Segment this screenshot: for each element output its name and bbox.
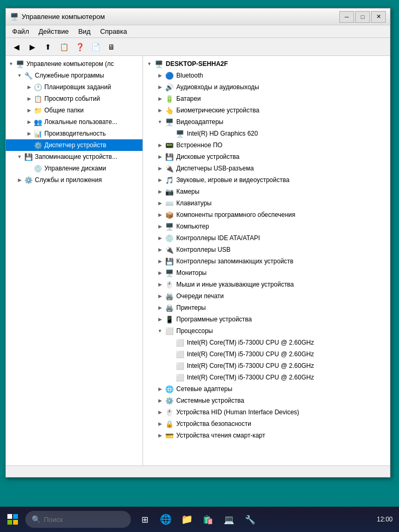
explorer-icon[interactable]: 📁: [177, 510, 196, 529]
right-item-print-queues[interactable]: ▶ 🖨️ Очереди печати: [143, 290, 390, 302]
app6-icon[interactable]: 🔧: [241, 510, 260, 529]
computer-icon: 🖥️: [164, 222, 175, 231]
mice-icon: 🖱️: [164, 280, 175, 289]
right-root-expand: ▼: [145, 60, 154, 68]
right-item-monitors[interactable]: ▶ 🖥️ Мониторы: [143, 267, 390, 279]
right-item-video[interactable]: ▼ 🖥️ Видеоадаптеры: [143, 116, 390, 128]
window-title: Управление компьютером: [22, 13, 336, 21]
right-item-cpu2[interactable]: ⬜ Intel(R) Core(TM) i5-7300U CPU @ 2.60G…: [143, 348, 390, 360]
menu-view[interactable]: Вид: [74, 26, 95, 37]
forward-button[interactable]: ▶: [25, 40, 40, 54]
show-hide-button[interactable]: 📋: [56, 40, 71, 54]
right-item-sw-devices[interactable]: ▶ 📱 Программные устройства: [143, 314, 390, 325]
right-panel: ▼ 🖥️ DESKTOP-SEHHA2F ▶ 🔵 Bluetooth ▶ 🔊 А…: [143, 56, 390, 466]
folders-icon: 📁: [33, 106, 43, 115]
right-item-audio[interactable]: ▶ 🔊 Аудиовходы и аудиовыходы: [143, 81, 390, 93]
utilities-expand-icon: ▼: [15, 71, 24, 80]
right-item-mice[interactable]: ▶ 🖱️ Мыши и иные указывающие устройства: [143, 279, 390, 290]
right-item-network[interactable]: ▶ 🌐 Сетевые адаптеры: [143, 383, 390, 395]
utilities-label: Служебные программы: [35, 72, 104, 79]
right-item-cpu3[interactable]: ⬜ Intel(R) Core(TM) i5-7300U CPU @ 2.60G…: [143, 360, 390, 372]
disk-icon: 💾: [164, 152, 175, 162]
tree-item-utilities[interactable]: ▼ 🔧 Служебные программы: [6, 70, 142, 81]
right-item-printers[interactable]: ▶ 🖨️ Принтеры: [143, 302, 390, 314]
cpu4-expand: [166, 373, 175, 382]
scheduler-label: Планировщик заданий: [44, 83, 111, 91]
right-item-storage-ctrl[interactable]: ▶ 💾 Контроллеры запоминающих устройств: [143, 255, 390, 267]
task-view-icon[interactable]: ⊞: [135, 510, 154, 529]
right-item-usb[interactable]: ▶ 🔌 Диспетчеры USB-разъема: [143, 163, 390, 174]
tree-item-services[interactable]: ▶ ⚙️ Службы и приложения: [6, 174, 142, 186]
store-icon[interactable]: 🛍️: [198, 510, 217, 529]
usb2-label: Контроллеры USB: [176, 246, 231, 253]
sound-label: Звуковые, игровые и видеоустройства: [176, 176, 289, 184]
right-item-cpu4[interactable]: ⬜ Intel(R) Core(TM) i5-7300U CPU @ 2.60G…: [143, 372, 390, 383]
right-item-sound[interactable]: ▶ 🎵 Звуковые, игровые и видеоустройства: [143, 174, 390, 186]
right-item-biometric[interactable]: ▶ 👆 Биометрические устройства: [143, 104, 390, 116]
right-item-sysdev[interactable]: ▶ ⚙️ Системные устройства: [143, 395, 390, 406]
right-item-camera[interactable]: ▶ 📷 Камеры: [143, 186, 390, 197]
tree-root[interactable]: ▼ 🖥️ Управление компьютером (лс: [6, 58, 142, 70]
proc-label: Процессоры: [176, 327, 213, 335]
right-item-ide[interactable]: ▶ 💿 Контроллеры IDE ATA/ATAPI: [143, 232, 390, 244]
right-item-smartcard[interactable]: ▶ 💳 Устройства чтения смарт-карт: [143, 430, 390, 441]
right-item-firmware[interactable]: ▶ 📟 Встроенное ПО: [143, 139, 390, 151]
taskbar-search-box[interactable]: 🔍: [25, 511, 131, 528]
right-root[interactable]: ▼ 🖥️ DESKTOP-SEHHA2F: [143, 58, 390, 70]
right-item-cpu1[interactable]: ⬜ Intel(R) Core(TM) i5-7300U CPU @ 2.60G…: [143, 337, 390, 348]
right-root-label: DESKTOP-SEHHA2F: [166, 60, 228, 68]
right-item-battery[interactable]: ▶ 🔋 Батареи: [143, 93, 390, 104]
tree-item-devmgr[interactable]: ⚙️ Диспетчер устройств: [6, 139, 142, 151]
edge-icon[interactable]: 🌐: [156, 510, 175, 529]
right-item-intel-gpu[interactable]: 🖥️ Intel(R) HD Graphics 620: [143, 128, 390, 139]
up-button[interactable]: ⬆: [41, 40, 55, 54]
tree-item-folders[interactable]: ▶ 📁 Общие папки: [6, 104, 142, 116]
bluetooth-label: Bluetooth: [176, 72, 203, 79]
tree-item-storage[interactable]: ▼ 💾 Запоминающие устройств...: [6, 151, 142, 163]
help-button[interactable]: ❓: [72, 40, 87, 54]
tree-item-users[interactable]: ▶ 👥 Локальные пользовате...: [6, 116, 142, 128]
monitors-icon: 🖥️: [164, 268, 175, 278]
menu-file[interactable]: Файл: [8, 26, 33, 37]
folders-label: Общие папки: [44, 107, 83, 114]
search-icon: 🔍: [32, 515, 41, 524]
left-panel: ▼ 🖥️ Управление компьютером (лс ▼ 🔧 Служ…: [6, 56, 143, 466]
tree-item-performance[interactable]: ▶ 📊 Производительность: [6, 128, 142, 139]
right-item-computer[interactable]: ▶ 🖥️ Компьютер: [143, 221, 390, 232]
biometric-expand: ▶: [156, 106, 164, 115]
printers-expand: ▶: [156, 303, 164, 312]
right-item-proc[interactable]: ▼ ⬜ Процессоры: [143, 325, 390, 337]
audio-icon: 🔊: [164, 82, 175, 92]
right-item-software[interactable]: ▶ 📦 Компоненты программного обеспечения: [143, 209, 390, 221]
tree-item-diskman[interactable]: 💿 Управление дисками: [6, 163, 142, 174]
view-button[interactable]: 🖥: [104, 40, 119, 54]
keyboard-expand: ▶: [156, 199, 164, 207]
sysdev-expand: ▶: [156, 396, 164, 405]
properties-button[interactable]: 📄: [88, 40, 103, 54]
menu-help[interactable]: Справка: [96, 26, 131, 37]
back-button[interactable]: ◀: [9, 40, 24, 54]
smartcard-icon: 💳: [164, 431, 175, 440]
right-item-keyboard[interactable]: ▶ ⌨️ Клавиатуры: [143, 197, 390, 209]
disk-label: Дисковые устройства: [176, 153, 240, 160]
tree-item-scheduler[interactable]: ▶ 🕐 Планировщик заданий: [6, 81, 142, 93]
menu-action[interactable]: Действие: [34, 26, 73, 37]
search-input[interactable]: [44, 516, 123, 524]
right-item-usb2[interactable]: ▶ 🔌 Контроллеры USB: [143, 244, 390, 255]
right-item-bluetooth[interactable]: ▶ 🔵 Bluetooth: [143, 70, 390, 81]
tree-item-events[interactable]: ▶ 📋 Просмотр событий: [6, 93, 142, 104]
right-item-hid[interactable]: ▶ 🖱️ Устройства HID (Human Interface Dev…: [143, 406, 390, 418]
close-button[interactable]: ✕: [371, 11, 386, 23]
root-expand-icon: ▼: [7, 60, 15, 68]
window-icon: 🖥️: [10, 13, 18, 21]
audio-expand: ▶: [156, 83, 164, 91]
events-label: Просмотр событий: [44, 95, 100, 102]
print-queues-expand: ▶: [156, 292, 164, 300]
right-item-security[interactable]: ▶ 🔒 Устройства безопасности: [143, 418, 390, 430]
mice-expand: ▶: [156, 280, 164, 289]
minimize-button[interactable]: ─: [339, 11, 354, 23]
maximize-button[interactable]: □: [355, 11, 370, 23]
start-button[interactable]: [2, 509, 23, 530]
app5-icon[interactable]: 💻: [220, 510, 239, 529]
right-item-disk[interactable]: ▶ 💾 Дисковые устройства: [143, 151, 390, 163]
